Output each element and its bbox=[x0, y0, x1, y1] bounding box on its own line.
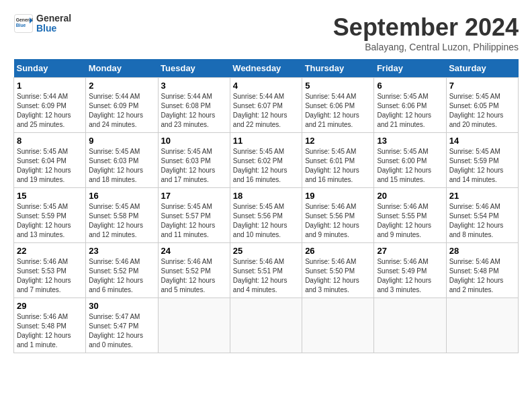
day-cell: 16 Sunrise: 5:45 AMSunset: 5:58 PMDaylig… bbox=[86, 188, 158, 243]
day-info: Sunrise: 5:45 AMSunset: 5:56 PMDaylight:… bbox=[233, 203, 287, 238]
day-cell: 29 Sunrise: 5:46 AMSunset: 5:48 PMDaylig… bbox=[14, 298, 86, 353]
logo: General Blue General Blue bbox=[13, 13, 71, 34]
day-info: Sunrise: 5:44 AMSunset: 6:09 PMDaylight:… bbox=[89, 93, 143, 128]
day-info: Sunrise: 5:46 AMSunset: 5:53 PMDaylight:… bbox=[17, 258, 71, 293]
day-info: Sunrise: 5:45 AMSunset: 5:59 PMDaylight:… bbox=[449, 148, 504, 183]
empty-cell bbox=[158, 298, 230, 353]
svg-text:Blue: Blue bbox=[16, 24, 26, 28]
day-number: 18 bbox=[233, 191, 299, 201]
day-number: 1 bbox=[17, 81, 83, 91]
day-info: Sunrise: 5:46 AMSunset: 5:54 PMDaylight:… bbox=[449, 203, 504, 238]
day-info: Sunrise: 5:46 AMSunset: 5:48 PMDaylight:… bbox=[17, 313, 71, 349]
header-friday: Friday bbox=[374, 59, 446, 78]
day-info: Sunrise: 5:45 AMSunset: 6:06 PMDaylight:… bbox=[377, 93, 431, 128]
day-number: 29 bbox=[17, 301, 83, 311]
day-info: Sunrise: 5:45 AMSunset: 6:02 PMDaylight:… bbox=[233, 148, 287, 183]
day-info: Sunrise: 5:45 AMSunset: 6:01 PMDaylight:… bbox=[305, 148, 359, 183]
day-number: 20 bbox=[377, 191, 443, 201]
day-number: 11 bbox=[233, 136, 299, 146]
day-cell: 12 Sunrise: 5:45 AMSunset: 6:01 PMDaylig… bbox=[302, 133, 374, 188]
day-info: Sunrise: 5:47 AMSunset: 5:47 PMDaylight:… bbox=[89, 313, 143, 349]
day-info: Sunrise: 5:44 AMSunset: 6:09 PMDaylight:… bbox=[17, 93, 71, 128]
day-cell: 6 Sunrise: 5:45 AMSunset: 6:06 PMDayligh… bbox=[374, 78, 446, 133]
day-number: 17 bbox=[161, 191, 227, 201]
day-info: Sunrise: 5:46 AMSunset: 5:52 PMDaylight:… bbox=[89, 258, 143, 293]
day-number: 10 bbox=[161, 136, 227, 146]
header-monday: Monday bbox=[86, 59, 158, 78]
logo-icon: General Blue bbox=[13, 13, 34, 34]
empty-cell bbox=[302, 298, 374, 353]
day-cell: 30 Sunrise: 5:47 AMSunset: 5:47 PMDaylig… bbox=[86, 298, 158, 353]
day-cell: 9 Sunrise: 5:45 AMSunset: 6:03 PMDayligh… bbox=[86, 133, 158, 188]
calendar-row: 15 Sunrise: 5:45 AMSunset: 5:59 PMDaylig… bbox=[14, 188, 519, 243]
day-cell: 3 Sunrise: 5:44 AMSunset: 6:08 PMDayligh… bbox=[158, 78, 230, 133]
day-number: 8 bbox=[17, 136, 83, 146]
empty-cell bbox=[374, 298, 446, 353]
day-cell: 5 Sunrise: 5:44 AMSunset: 6:06 PMDayligh… bbox=[302, 78, 374, 133]
header-thursday: Thursday bbox=[302, 59, 374, 78]
day-info: Sunrise: 5:46 AMSunset: 5:51 PMDaylight:… bbox=[233, 258, 287, 293]
day-number: 22 bbox=[17, 246, 83, 256]
title-area: September 2024 Balayang, Central Luzon, … bbox=[333, 13, 519, 52]
day-number: 30 bbox=[89, 301, 154, 311]
day-info: Sunrise: 5:45 AMSunset: 5:57 PMDaylight:… bbox=[161, 203, 216, 238]
day-number: 15 bbox=[17, 191, 83, 201]
day-number: 16 bbox=[89, 191, 154, 201]
day-number: 5 bbox=[305, 81, 371, 91]
day-number: 28 bbox=[449, 246, 515, 256]
day-number: 4 bbox=[233, 81, 299, 91]
location-title: Balayang, Central Luzon, Philippines bbox=[333, 42, 519, 52]
day-cell: 20 Sunrise: 5:46 AMSunset: 5:55 PMDaylig… bbox=[374, 188, 446, 243]
day-info: Sunrise: 5:45 AMSunset: 6:00 PMDaylight:… bbox=[377, 148, 431, 183]
day-number: 23 bbox=[89, 246, 154, 256]
day-cell: 2 Sunrise: 5:44 AMSunset: 6:09 PMDayligh… bbox=[86, 78, 158, 133]
day-info: Sunrise: 5:45 AMSunset: 6:04 PMDaylight:… bbox=[17, 148, 71, 183]
day-number: 12 bbox=[305, 136, 371, 146]
day-info: Sunrise: 5:45 AMSunset: 6:05 PMDaylight:… bbox=[449, 93, 504, 128]
empty-cell bbox=[230, 298, 302, 353]
calendar-row: 8 Sunrise: 5:45 AMSunset: 6:04 PMDayligh… bbox=[14, 133, 519, 188]
day-cell: 21 Sunrise: 5:46 AMSunset: 5:54 PMDaylig… bbox=[446, 188, 518, 243]
day-cell: 25 Sunrise: 5:46 AMSunset: 5:51 PMDaylig… bbox=[230, 243, 302, 298]
day-cell: 28 Sunrise: 5:46 AMSunset: 5:48 PMDaylig… bbox=[446, 243, 518, 298]
day-info: Sunrise: 5:46 AMSunset: 5:48 PMDaylight:… bbox=[449, 258, 504, 293]
day-cell: 7 Sunrise: 5:45 AMSunset: 6:05 PMDayligh… bbox=[446, 78, 518, 133]
day-info: Sunrise: 5:44 AMSunset: 6:07 PMDaylight:… bbox=[233, 93, 287, 128]
day-number: 25 bbox=[233, 246, 299, 256]
logo-text-line1: General bbox=[36, 13, 71, 24]
month-title: September 2024 bbox=[333, 13, 519, 42]
day-cell: 17 Sunrise: 5:45 AMSunset: 5:57 PMDaylig… bbox=[158, 188, 230, 243]
calendar-row: 1 Sunrise: 5:44 AMSunset: 6:09 PMDayligh… bbox=[14, 78, 519, 133]
day-cell: 13 Sunrise: 5:45 AMSunset: 6:00 PMDaylig… bbox=[374, 133, 446, 188]
day-info: Sunrise: 5:45 AMSunset: 5:58 PMDaylight:… bbox=[89, 203, 143, 238]
day-info: Sunrise: 5:46 AMSunset: 5:52 PMDaylight:… bbox=[161, 258, 216, 293]
header-saturday: Saturday bbox=[446, 59, 518, 78]
day-info: Sunrise: 5:46 AMSunset: 5:56 PMDaylight:… bbox=[305, 203, 359, 238]
day-cell: 27 Sunrise: 5:46 AMSunset: 5:49 PMDaylig… bbox=[374, 243, 446, 298]
calendar-row: 29 Sunrise: 5:46 AMSunset: 5:48 PMDaylig… bbox=[14, 298, 519, 353]
day-cell: 14 Sunrise: 5:45 AMSunset: 5:59 PMDaylig… bbox=[446, 133, 518, 188]
day-cell: 22 Sunrise: 5:46 AMSunset: 5:53 PMDaylig… bbox=[14, 243, 86, 298]
day-info: Sunrise: 5:45 AMSunset: 5:59 PMDaylight:… bbox=[17, 203, 71, 238]
day-cell: 26 Sunrise: 5:46 AMSunset: 5:50 PMDaylig… bbox=[302, 243, 374, 298]
day-number: 14 bbox=[449, 136, 515, 146]
day-cell: 23 Sunrise: 5:46 AMSunset: 5:52 PMDaylig… bbox=[86, 243, 158, 298]
day-number: 13 bbox=[377, 136, 443, 146]
day-cell: 10 Sunrise: 5:45 AMSunset: 6:03 PMDaylig… bbox=[158, 133, 230, 188]
calendar-row: 22 Sunrise: 5:46 AMSunset: 5:53 PMDaylig… bbox=[14, 243, 519, 298]
day-info: Sunrise: 5:46 AMSunset: 5:55 PMDaylight:… bbox=[377, 203, 431, 238]
day-cell: 11 Sunrise: 5:45 AMSunset: 6:02 PMDaylig… bbox=[230, 133, 302, 188]
day-number: 19 bbox=[305, 191, 371, 201]
day-cell: 4 Sunrise: 5:44 AMSunset: 6:07 PMDayligh… bbox=[230, 78, 302, 133]
day-info: Sunrise: 5:45 AMSunset: 6:03 PMDaylight:… bbox=[161, 148, 216, 183]
day-number: 6 bbox=[377, 81, 443, 91]
header-sunday: Sunday bbox=[14, 59, 86, 78]
day-number: 21 bbox=[449, 191, 515, 201]
day-cell: 8 Sunrise: 5:45 AMSunset: 6:04 PMDayligh… bbox=[14, 133, 86, 188]
page-header: General Blue General Blue September 2024… bbox=[13, 13, 519, 52]
day-cell: 24 Sunrise: 5:46 AMSunset: 5:52 PMDaylig… bbox=[158, 243, 230, 298]
day-number: 24 bbox=[161, 246, 227, 256]
header-tuesday: Tuesday bbox=[158, 59, 230, 78]
day-number: 26 bbox=[305, 246, 371, 256]
day-info: Sunrise: 5:44 AMSunset: 6:06 PMDaylight:… bbox=[305, 93, 359, 128]
